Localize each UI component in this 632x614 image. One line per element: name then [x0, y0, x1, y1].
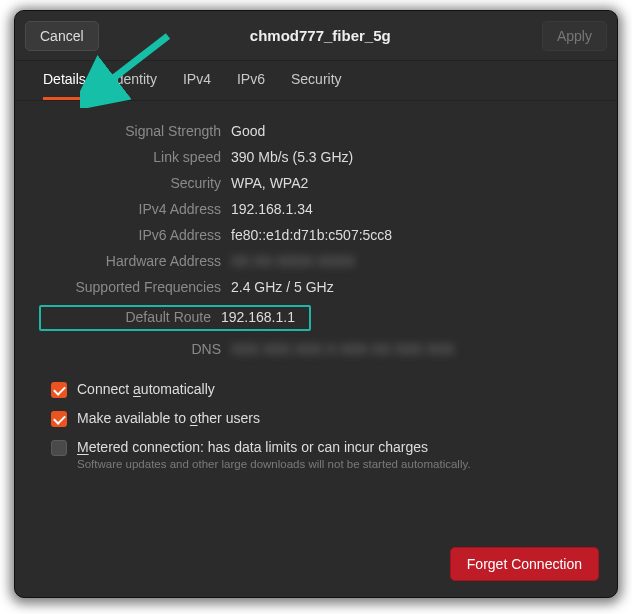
value-link-speed: 390 Mb/s (5.3 GHz) — [231, 149, 581, 165]
value-signal-strength: Good — [231, 123, 581, 139]
label-hardware-address: Hardware Address — [51, 253, 221, 269]
checkbox-label: Connect automatically — [77, 381, 215, 397]
checkbox-icon — [51, 440, 67, 456]
value-ipv6: fe80::e1d:d71b:c507:5cc8 — [231, 227, 581, 243]
row-security: Security WPA, WPA2 — [51, 175, 581, 191]
apply-button[interactable]: Apply — [542, 21, 607, 51]
label-dns: DNS — [51, 341, 221, 357]
tab-details[interactable]: Details — [43, 71, 86, 100]
label-ipv6: IPv6 Address — [51, 227, 221, 243]
label-signal-strength: Signal Strength — [51, 123, 221, 139]
checkbox-make-available[interactable]: Make available to other users — [51, 410, 581, 427]
value-frequencies: 2.4 GHz / 5 GHz — [231, 279, 581, 295]
label-ipv4: IPv4 Address — [51, 201, 221, 217]
tab-ipv4[interactable]: IPv4 — [183, 71, 211, 100]
label-frequencies: Supported Frequencies — [51, 279, 221, 295]
label-default-route: Default Route — [41, 309, 211, 325]
tab-security[interactable]: Security — [291, 71, 342, 100]
value-hardware-address: XX XX XXXX XXXX — [231, 253, 581, 269]
tab-ipv6[interactable]: IPv6 — [237, 71, 265, 100]
forget-connection-button[interactable]: Forget Connection — [450, 547, 599, 581]
row-ipv6: IPv6 Address fe80::e1d:d71b:c507:5cc8 — [51, 227, 581, 243]
value-ipv4: 192.168.1.34 — [231, 201, 581, 217]
window-title: chmod777_fiber_5g — [250, 27, 391, 44]
row-hardware-address: Hardware Address XX XX XXXX XXXX — [51, 253, 581, 269]
tab-identity[interactable]: Identity — [112, 71, 157, 100]
checkbox-metered-connection[interactable]: Metered connection: has data limits or c… — [51, 439, 581, 470]
row-dns: DNS XXX XXX XXX X XXX XX XXX XXX — [51, 341, 581, 357]
value-dns: XXX XXX XXX X XXX XX XXX XXX — [231, 341, 581, 357]
row-link-speed: Link speed 390 Mb/s (5.3 GHz) — [51, 149, 581, 165]
metered-subtext: Software updates and other large downloa… — [77, 458, 471, 470]
checkbox-icon — [51, 411, 67, 427]
label-security: Security — [51, 175, 221, 191]
cancel-button[interactable]: Cancel — [25, 21, 99, 51]
details-panel: Signal Strength Good Link speed 390 Mb/s… — [15, 101, 617, 470]
row-ipv4: IPv4 Address 192.168.1.34 — [51, 201, 581, 217]
highlight-default-route: Default Route 192.168.1.1 — [39, 305, 311, 331]
row-signal-strength: Signal Strength Good — [51, 123, 581, 139]
header-bar: Cancel chmod777_fiber_5g Apply — [15, 11, 617, 61]
checkbox-icon — [51, 382, 67, 398]
tab-bar: Details Identity IPv4 IPv6 Security — [15, 61, 617, 101]
value-security: WPA, WPA2 — [231, 175, 581, 191]
checkbox-label: Metered connection: has data limits or c… — [77, 439, 471, 455]
checkbox-connect-automatically[interactable]: Connect automatically — [51, 381, 581, 398]
value-default-route: 192.168.1.1 — [221, 309, 303, 325]
checkbox-label: Make available to other users — [77, 410, 260, 426]
row-frequencies: Supported Frequencies 2.4 GHz / 5 GHz — [51, 279, 581, 295]
label-link-speed: Link speed — [51, 149, 221, 165]
network-settings-dialog: Cancel chmod777_fiber_5g Apply Details I… — [14, 10, 618, 598]
